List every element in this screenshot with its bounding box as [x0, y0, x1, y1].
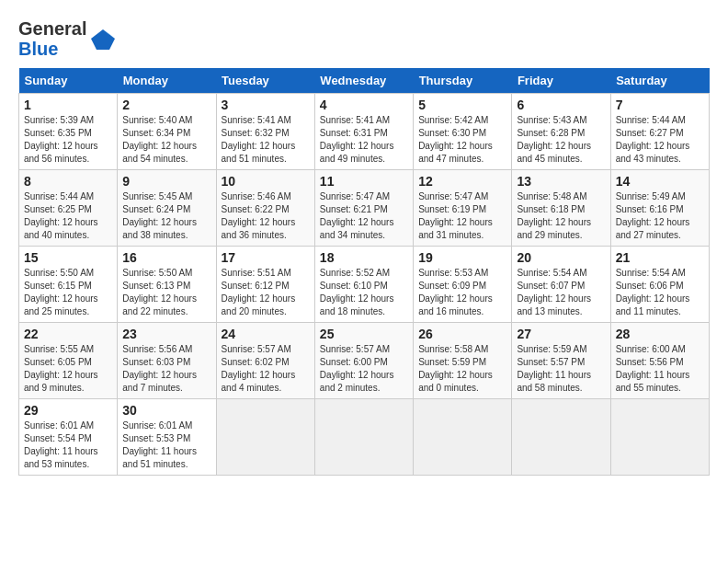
day-detail: Sunrise: 5:44 AMSunset: 6:25 PMDaylight:…	[24, 190, 112, 242]
day-detail: Sunrise: 5:47 AMSunset: 6:21 PMDaylight:…	[320, 190, 408, 242]
day-number: 27	[517, 327, 605, 341]
calendar-cell: 29Sunrise: 6:01 AMSunset: 5:54 PMDayligh…	[19, 399, 118, 476]
day-number: 13	[517, 174, 605, 189]
calendar-cell: 23Sunrise: 5:56 AMSunset: 6:03 PMDayligh…	[118, 323, 216, 399]
day-detail: Sunrise: 5:42 AMSunset: 6:30 PMDaylight:…	[418, 114, 506, 166]
col-header-sunday: Sunday	[19, 68, 118, 94]
day-detail: Sunrise: 5:56 AMSunset: 6:03 PMDaylight:…	[122, 343, 210, 395]
calendar-week-row: 1Sunrise: 5:39 AMSunset: 6:35 PMDaylight…	[19, 94, 710, 170]
day-number: 14	[616, 174, 704, 189]
day-number: 30	[122, 403, 210, 418]
day-number: 6	[517, 98, 605, 112]
day-detail: Sunrise: 5:59 AMSunset: 5:57 PMDaylight:…	[517, 343, 605, 395]
calendar-header-row: SundayMondayTuesdayWednesdayThursdayFrid…	[19, 68, 710, 94]
day-detail: Sunrise: 6:01 AMSunset: 5:53 PMDaylight:…	[122, 419, 210, 471]
calendar-cell: 27Sunrise: 5:59 AMSunset: 5:57 PMDayligh…	[512, 323, 610, 399]
day-detail: Sunrise: 5:45 AMSunset: 6:24 PMDaylight:…	[122, 190, 210, 242]
calendar-cell: 6Sunrise: 5:43 AMSunset: 6:28 PMDaylight…	[512, 94, 610, 170]
calendar-cell: 17Sunrise: 5:51 AMSunset: 6:12 PMDayligh…	[216, 247, 314, 323]
calendar-cell: 28Sunrise: 6:00 AMSunset: 5:56 PMDayligh…	[610, 323, 709, 399]
day-detail: Sunrise: 5:54 AMSunset: 6:07 PMDaylight:…	[517, 267, 605, 318]
day-number: 1	[24, 98, 112, 112]
day-detail: Sunrise: 5:55 AMSunset: 6:05 PMDaylight:…	[24, 343, 112, 395]
calendar-week-row: 15Sunrise: 5:50 AMSunset: 6:15 PMDayligh…	[19, 247, 710, 323]
calendar-cell: 16Sunrise: 5:50 AMSunset: 6:13 PMDayligh…	[118, 247, 216, 323]
day-number: 16	[122, 250, 210, 265]
calendar-cell: 22Sunrise: 5:55 AMSunset: 6:05 PMDayligh…	[19, 323, 118, 399]
day-detail: Sunrise: 6:00 AMSunset: 5:56 PMDaylight:…	[616, 343, 704, 395]
day-detail: Sunrise: 5:40 AMSunset: 6:34 PMDaylight:…	[122, 114, 210, 166]
calendar-week-row: 22Sunrise: 5:55 AMSunset: 6:05 PMDayligh…	[19, 323, 710, 399]
calendar-cell: 30Sunrise: 6:01 AMSunset: 5:53 PMDayligh…	[118, 399, 216, 476]
logo-general: General	[18, 18, 86, 39]
day-detail: Sunrise: 5:46 AMSunset: 6:22 PMDaylight:…	[222, 190, 310, 242]
day-detail: Sunrise: 5:44 AMSunset: 6:27 PMDaylight:…	[616, 114, 704, 166]
day-detail: Sunrise: 5:48 AMSunset: 6:18 PMDaylight:…	[517, 190, 605, 242]
col-header-monday: Monday	[118, 68, 216, 94]
calendar-cell: 19Sunrise: 5:53 AMSunset: 6:09 PMDayligh…	[414, 247, 512, 323]
day-detail: Sunrise: 5:50 AMSunset: 6:15 PMDaylight:…	[24, 267, 112, 318]
col-header-friday: Friday	[512, 68, 610, 94]
day-detail: Sunrise: 5:53 AMSunset: 6:09 PMDaylight:…	[418, 267, 506, 318]
day-detail: Sunrise: 5:57 AMSunset: 6:00 PMDaylight:…	[320, 343, 408, 395]
calendar-cell: 3Sunrise: 5:41 AMSunset: 6:32 PMDaylight…	[216, 94, 314, 170]
col-header-wednesday: Wednesday	[314, 68, 413, 94]
calendar-cell: 20Sunrise: 5:54 AMSunset: 6:07 PMDayligh…	[512, 247, 610, 323]
day-number: 19	[418, 250, 506, 265]
day-number: 21	[616, 250, 704, 265]
calendar-cell	[610, 399, 709, 476]
day-detail: Sunrise: 5:57 AMSunset: 6:02 PMDaylight:…	[222, 343, 310, 395]
day-number: 12	[418, 174, 506, 189]
day-detail: Sunrise: 5:49 AMSunset: 6:16 PMDaylight:…	[616, 190, 704, 242]
day-number: 10	[222, 174, 310, 189]
day-number: 9	[122, 174, 210, 189]
day-number: 22	[24, 327, 112, 341]
day-detail: Sunrise: 5:51 AMSunset: 6:12 PMDaylight:…	[222, 267, 310, 318]
col-header-tuesday: Tuesday	[216, 68, 314, 94]
day-detail: Sunrise: 5:47 AMSunset: 6:19 PMDaylight:…	[418, 190, 506, 242]
calendar-cell	[314, 399, 413, 476]
day-number: 24	[222, 327, 310, 341]
day-detail: Sunrise: 5:41 AMSunset: 6:31 PMDaylight:…	[320, 114, 408, 166]
calendar-cell: 13Sunrise: 5:48 AMSunset: 6:18 PMDayligh…	[512, 170, 610, 247]
calendar-cell: 9Sunrise: 5:45 AMSunset: 6:24 PMDaylight…	[118, 170, 216, 247]
day-detail: Sunrise: 5:43 AMSunset: 6:28 PMDaylight:…	[517, 114, 605, 166]
day-number: 8	[24, 174, 112, 189]
calendar-week-row: 8Sunrise: 5:44 AMSunset: 6:25 PMDaylight…	[19, 170, 710, 247]
day-detail: Sunrise: 5:41 AMSunset: 6:32 PMDaylight:…	[222, 114, 310, 166]
day-number: 7	[616, 98, 704, 112]
day-number: 25	[320, 327, 408, 341]
calendar-cell	[512, 399, 610, 476]
day-detail: Sunrise: 6:01 AMSunset: 5:54 PMDaylight:…	[24, 419, 112, 471]
calendar-cell: 4Sunrise: 5:41 AMSunset: 6:31 PMDaylight…	[314, 94, 413, 170]
calendar-cell	[216, 399, 314, 476]
logo-icon	[89, 25, 117, 52]
col-header-thursday: Thursday	[414, 68, 512, 94]
day-number: 29	[24, 403, 112, 418]
calendar-cell	[414, 399, 512, 476]
calendar-cell: 11Sunrise: 5:47 AMSunset: 6:21 PMDayligh…	[314, 170, 413, 247]
calendar-table: SundayMondayTuesdayWednesdayThursdayFrid…	[18, 68, 710, 476]
logo-blue: Blue	[18, 39, 58, 59]
calendar-cell: 14Sunrise: 5:49 AMSunset: 6:16 PMDayligh…	[610, 170, 709, 247]
day-detail: Sunrise: 5:52 AMSunset: 6:10 PMDaylight:…	[320, 267, 408, 318]
calendar-cell: 26Sunrise: 5:58 AMSunset: 5:59 PMDayligh…	[414, 323, 512, 399]
calendar-cell: 21Sunrise: 5:54 AMSunset: 6:06 PMDayligh…	[610, 247, 709, 323]
calendar-cell: 24Sunrise: 5:57 AMSunset: 6:02 PMDayligh…	[216, 323, 314, 399]
day-number: 23	[122, 327, 210, 341]
day-number: 17	[222, 250, 310, 265]
calendar-cell: 25Sunrise: 5:57 AMSunset: 6:00 PMDayligh…	[314, 323, 413, 399]
day-number: 2	[122, 98, 210, 112]
col-header-saturday: Saturday	[610, 68, 709, 94]
calendar-cell: 7Sunrise: 5:44 AMSunset: 6:27 PMDaylight…	[610, 94, 709, 170]
day-number: 11	[320, 174, 408, 189]
day-number: 20	[517, 250, 605, 265]
day-number: 15	[24, 250, 112, 265]
logo: General Blue	[18, 18, 117, 59]
calendar-cell: 15Sunrise: 5:50 AMSunset: 6:15 PMDayligh…	[19, 247, 118, 323]
day-detail: Sunrise: 5:39 AMSunset: 6:35 PMDaylight:…	[24, 114, 112, 166]
page-header: General Blue	[18, 18, 710, 59]
calendar-cell: 1Sunrise: 5:39 AMSunset: 6:35 PMDaylight…	[19, 94, 118, 170]
calendar-cell: 5Sunrise: 5:42 AMSunset: 6:30 PMDaylight…	[414, 94, 512, 170]
calendar-cell: 18Sunrise: 5:52 AMSunset: 6:10 PMDayligh…	[314, 247, 413, 323]
